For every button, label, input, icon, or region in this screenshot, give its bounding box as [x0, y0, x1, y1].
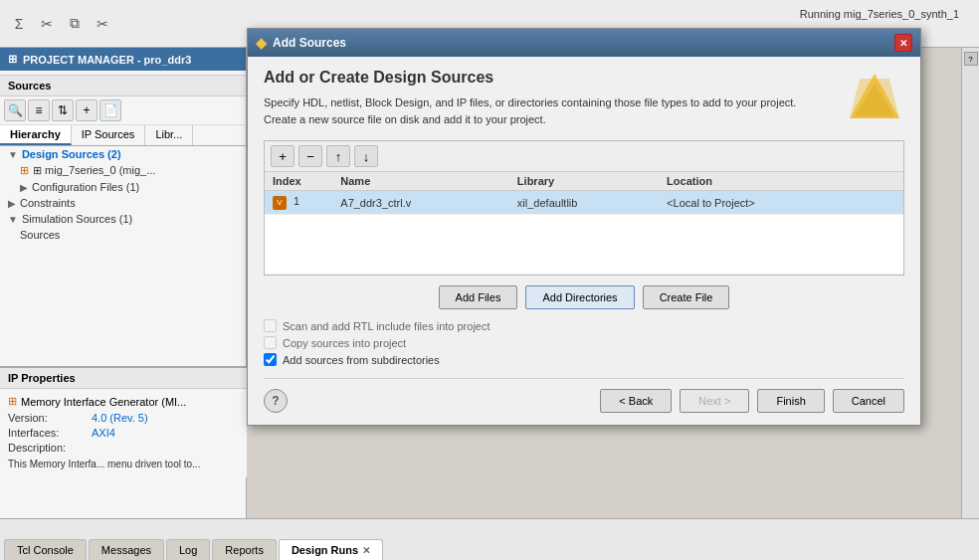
move-down-button[interactable]: ↓: [354, 145, 378, 167]
cancel-button[interactable]: Cancel: [833, 389, 904, 413]
add-sources-dialog: ◆ Add Sources ✕ Add or Create Design Sou…: [247, 28, 921, 426]
col-header-location: Location: [659, 172, 903, 191]
add-directories-button[interactable]: Add Directories: [525, 285, 634, 309]
copy-sources-checkbox[interactable]: [264, 336, 277, 349]
remove-row-button[interactable]: −: [298, 145, 322, 167]
action-buttons: Add Files Add Directories Create File: [264, 285, 904, 309]
checkbox-add-subdirs: Add sources from subdirectories: [264, 353, 904, 366]
scan-rtl-checkbox[interactable]: [264, 319, 277, 332]
copy-sources-label: Copy sources into project: [283, 337, 406, 349]
dialog-titlebar: ◆ Add Sources ✕: [248, 29, 920, 57]
vivado-logo: [845, 69, 904, 128]
add-row-button[interactable]: +: [271, 145, 294, 167]
files-table-section: + − ↑ ↓ Index Name Library Location: [264, 140, 904, 276]
back-button[interactable]: < Back: [600, 389, 672, 413]
table-body: V 1 A7_ddr3_ctrl.v xil_defaultlib <Local…: [265, 191, 903, 275]
col-header-name: Name: [332, 172, 509, 191]
dialog-header-text: Add or Create Design Sources Specify HDL…: [264, 69, 821, 127]
add-files-button[interactable]: Add Files: [439, 285, 518, 309]
col-header-library: Library: [509, 172, 659, 191]
move-up-button[interactable]: ↑: [326, 145, 350, 167]
dialog-header: Add or Create Design Sources Specify HDL…: [264, 69, 904, 128]
dialog-body: Add or Create Design Sources Specify HDL…: [248, 57, 920, 425]
next-button[interactable]: Next >: [680, 389, 749, 413]
dialog-vivado-icon: ◆: [256, 35, 267, 51]
cell-index: V 1: [265, 191, 332, 215]
checkbox-options: Scan and add RTL include files into proj…: [264, 319, 904, 366]
dialog-description: Specify HDL, netlist, Block Design, and …: [264, 94, 821, 127]
footer-buttons: < Back Next > Finish Cancel: [600, 389, 904, 413]
cell-library: xil_defaultlib: [509, 191, 659, 215]
table-header: Index Name Library Location: [265, 172, 903, 191]
table-row-empty: [265, 215, 903, 275]
file-type-icon: V: [273, 196, 287, 210]
dialog-title: Add Sources: [273, 36, 346, 50]
dialog-footer: ? < Back Next > Finish Cancel: [264, 378, 904, 413]
dialog-titlebar-left: ◆ Add Sources: [256, 35, 346, 51]
scan-rtl-label: Scan and add RTL include files into proj…: [283, 320, 490, 332]
cell-location: <Local to Project>: [659, 191, 903, 215]
table-row[interactable]: V 1 A7_ddr3_ctrl.v xil_defaultlib <Local…: [265, 191, 903, 215]
add-subdirs-checkbox[interactable]: [264, 353, 277, 366]
checkbox-copy-sources: Copy sources into project: [264, 336, 904, 349]
finish-button[interactable]: Finish: [757, 389, 824, 413]
checkbox-scan-rtl: Scan and add RTL include files into proj…: [264, 319, 904, 332]
create-file-button[interactable]: Create File: [643, 285, 730, 309]
svg-marker-2: [850, 79, 899, 118]
dialog-main-title: Add or Create Design Sources: [264, 69, 821, 87]
add-subdirs-label: Add sources from subdirectories: [283, 354, 440, 366]
files-table: Index Name Library Location V 1 A7: [265, 172, 903, 275]
help-button[interactable]: ?: [264, 389, 288, 413]
cell-name: A7_ddr3_ctrl.v: [332, 191, 509, 215]
dialog-overlay: ◆ Add Sources ✕ Add or Create Design Sou…: [0, 0, 979, 560]
dialog-close-button[interactable]: ✕: [894, 34, 912, 52]
col-header-index: Index: [265, 172, 332, 191]
table-toolbar: + − ↑ ↓: [265, 141, 903, 172]
